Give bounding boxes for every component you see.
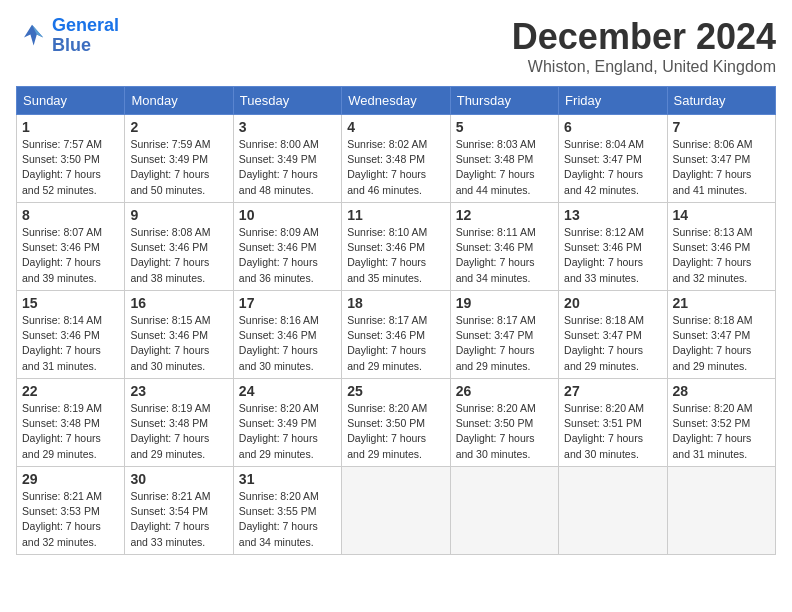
calendar-cell: 25 Sunrise: 8:20 AMSunset: 3:50 PMDaylig…	[342, 379, 450, 467]
day-number: 31	[239, 471, 336, 487]
cell-info: Sunrise: 8:18 AMSunset: 3:47 PMDaylight:…	[564, 314, 644, 372]
cell-info: Sunrise: 8:03 AMSunset: 3:48 PMDaylight:…	[456, 138, 536, 196]
day-number: 2	[130, 119, 227, 135]
cell-info: Sunrise: 8:00 AMSunset: 3:49 PMDaylight:…	[239, 138, 319, 196]
logo-icon	[16, 20, 48, 52]
logo-general: General	[52, 15, 119, 35]
calendar-cell: 9 Sunrise: 8:08 AMSunset: 3:46 PMDayligh…	[125, 203, 233, 291]
calendar-cell: 2 Sunrise: 7:59 AMSunset: 3:49 PMDayligh…	[125, 115, 233, 203]
calendar-cell: 3 Sunrise: 8:00 AMSunset: 3:49 PMDayligh…	[233, 115, 341, 203]
calendar-cell: 28 Sunrise: 8:20 AMSunset: 3:52 PMDaylig…	[667, 379, 775, 467]
calendar-week-row: 8 Sunrise: 8:07 AMSunset: 3:46 PMDayligh…	[17, 203, 776, 291]
day-number: 16	[130, 295, 227, 311]
calendar-cell: 17 Sunrise: 8:16 AMSunset: 3:46 PMDaylig…	[233, 291, 341, 379]
day-number: 22	[22, 383, 119, 399]
cell-info: Sunrise: 8:11 AMSunset: 3:46 PMDaylight:…	[456, 226, 536, 284]
cell-info: Sunrise: 8:04 AMSunset: 3:47 PMDaylight:…	[564, 138, 644, 196]
day-number: 19	[456, 295, 553, 311]
calendar-cell: 26 Sunrise: 8:20 AMSunset: 3:50 PMDaylig…	[450, 379, 558, 467]
calendar-cell: 8 Sunrise: 8:07 AMSunset: 3:46 PMDayligh…	[17, 203, 125, 291]
day-number: 24	[239, 383, 336, 399]
calendar-table: SundayMondayTuesdayWednesdayThursdayFrid…	[16, 86, 776, 555]
day-number: 1	[22, 119, 119, 135]
calendar-cell: 1 Sunrise: 7:57 AMSunset: 3:50 PMDayligh…	[17, 115, 125, 203]
calendar-cell: 18 Sunrise: 8:17 AMSunset: 3:46 PMDaylig…	[342, 291, 450, 379]
calendar-cell	[559, 467, 667, 555]
day-number: 30	[130, 471, 227, 487]
calendar-cell: 4 Sunrise: 8:02 AMSunset: 3:48 PMDayligh…	[342, 115, 450, 203]
calendar-cell: 10 Sunrise: 8:09 AMSunset: 3:46 PMDaylig…	[233, 203, 341, 291]
calendar-cell: 21 Sunrise: 8:18 AMSunset: 3:47 PMDaylig…	[667, 291, 775, 379]
day-number: 11	[347, 207, 444, 223]
day-number: 28	[673, 383, 770, 399]
calendar-cell: 22 Sunrise: 8:19 AMSunset: 3:48 PMDaylig…	[17, 379, 125, 467]
cell-info: Sunrise: 8:15 AMSunset: 3:46 PMDaylight:…	[130, 314, 210, 372]
weekday-header: Friday	[559, 87, 667, 115]
cell-info: Sunrise: 8:17 AMSunset: 3:47 PMDaylight:…	[456, 314, 536, 372]
cell-info: Sunrise: 8:17 AMSunset: 3:46 PMDaylight:…	[347, 314, 427, 372]
day-number: 8	[22, 207, 119, 223]
day-number: 21	[673, 295, 770, 311]
calendar-week-row: 1 Sunrise: 7:57 AMSunset: 3:50 PMDayligh…	[17, 115, 776, 203]
calendar-cell	[342, 467, 450, 555]
weekday-header: Monday	[125, 87, 233, 115]
calendar-header-row: SundayMondayTuesdayWednesdayThursdayFrid…	[17, 87, 776, 115]
day-number: 23	[130, 383, 227, 399]
day-number: 26	[456, 383, 553, 399]
calendar-cell: 29 Sunrise: 8:21 AMSunset: 3:53 PMDaylig…	[17, 467, 125, 555]
cell-info: Sunrise: 8:12 AMSunset: 3:46 PMDaylight:…	[564, 226, 644, 284]
cell-info: Sunrise: 8:20 AMSunset: 3:50 PMDaylight:…	[347, 402, 427, 460]
day-number: 10	[239, 207, 336, 223]
cell-info: Sunrise: 8:16 AMSunset: 3:46 PMDaylight:…	[239, 314, 319, 372]
calendar-cell: 11 Sunrise: 8:10 AMSunset: 3:46 PMDaylig…	[342, 203, 450, 291]
cell-info: Sunrise: 8:21 AMSunset: 3:53 PMDaylight:…	[22, 490, 102, 548]
logo-blue: Blue	[52, 35, 91, 55]
cell-info: Sunrise: 8:08 AMSunset: 3:46 PMDaylight:…	[130, 226, 210, 284]
cell-info: Sunrise: 8:06 AMSunset: 3:47 PMDaylight:…	[673, 138, 753, 196]
calendar-cell	[450, 467, 558, 555]
title-block: December 2024 Whiston, England, United K…	[512, 16, 776, 76]
day-number: 27	[564, 383, 661, 399]
calendar-cell: 24 Sunrise: 8:20 AMSunset: 3:49 PMDaylig…	[233, 379, 341, 467]
page-header: General Blue December 2024 Whiston, Engl…	[16, 16, 776, 76]
cell-info: Sunrise: 8:20 AMSunset: 3:52 PMDaylight:…	[673, 402, 753, 460]
logo: General Blue	[16, 16, 119, 56]
calendar-cell: 19 Sunrise: 8:17 AMSunset: 3:47 PMDaylig…	[450, 291, 558, 379]
calendar-week-row: 29 Sunrise: 8:21 AMSunset: 3:53 PMDaylig…	[17, 467, 776, 555]
weekday-header: Sunday	[17, 87, 125, 115]
cell-info: Sunrise: 8:10 AMSunset: 3:46 PMDaylight:…	[347, 226, 427, 284]
calendar-cell: 12 Sunrise: 8:11 AMSunset: 3:46 PMDaylig…	[450, 203, 558, 291]
day-number: 14	[673, 207, 770, 223]
logo-text: General Blue	[52, 16, 119, 56]
cell-info: Sunrise: 8:02 AMSunset: 3:48 PMDaylight:…	[347, 138, 427, 196]
day-number: 20	[564, 295, 661, 311]
day-number: 9	[130, 207, 227, 223]
weekday-header: Tuesday	[233, 87, 341, 115]
calendar-cell: 15 Sunrise: 8:14 AMSunset: 3:46 PMDaylig…	[17, 291, 125, 379]
calendar-cell: 30 Sunrise: 8:21 AMSunset: 3:54 PMDaylig…	[125, 467, 233, 555]
calendar-cell: 16 Sunrise: 8:15 AMSunset: 3:46 PMDaylig…	[125, 291, 233, 379]
cell-info: Sunrise: 8:13 AMSunset: 3:46 PMDaylight:…	[673, 226, 753, 284]
day-number: 17	[239, 295, 336, 311]
day-number: 25	[347, 383, 444, 399]
weekday-header: Wednesday	[342, 87, 450, 115]
day-number: 3	[239, 119, 336, 135]
day-number: 15	[22, 295, 119, 311]
cell-info: Sunrise: 8:18 AMSunset: 3:47 PMDaylight:…	[673, 314, 753, 372]
calendar-cell: 5 Sunrise: 8:03 AMSunset: 3:48 PMDayligh…	[450, 115, 558, 203]
weekday-header: Saturday	[667, 87, 775, 115]
cell-info: Sunrise: 8:21 AMSunset: 3:54 PMDaylight:…	[130, 490, 210, 548]
day-number: 7	[673, 119, 770, 135]
cell-info: Sunrise: 8:20 AMSunset: 3:50 PMDaylight:…	[456, 402, 536, 460]
cell-info: Sunrise: 8:20 AMSunset: 3:49 PMDaylight:…	[239, 402, 319, 460]
cell-info: Sunrise: 7:57 AMSunset: 3:50 PMDaylight:…	[22, 138, 102, 196]
cell-info: Sunrise: 8:19 AMSunset: 3:48 PMDaylight:…	[22, 402, 102, 460]
day-number: 5	[456, 119, 553, 135]
cell-info: Sunrise: 8:20 AMSunset: 3:55 PMDaylight:…	[239, 490, 319, 548]
weekday-header: Thursday	[450, 87, 558, 115]
calendar-cell	[667, 467, 775, 555]
day-number: 4	[347, 119, 444, 135]
day-number: 29	[22, 471, 119, 487]
calendar-cell: 13 Sunrise: 8:12 AMSunset: 3:46 PMDaylig…	[559, 203, 667, 291]
day-number: 12	[456, 207, 553, 223]
